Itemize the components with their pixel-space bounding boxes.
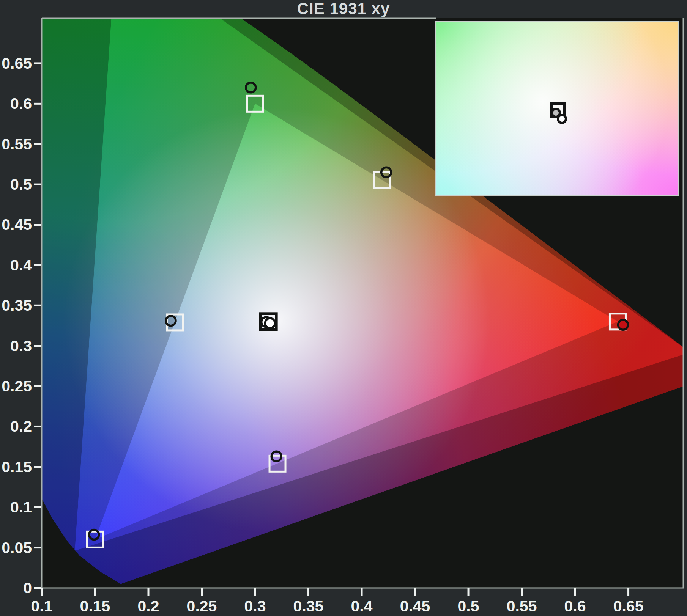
x-tick-label: 0.35 (293, 597, 324, 615)
y-tick-label: 0.1 (10, 498, 32, 516)
x-tick-label: 0.65 (613, 597, 644, 615)
x-tick-label: 0.6 (564, 597, 586, 615)
y-tick-label: 0.2 (10, 418, 32, 435)
y-tick-label: 0 (23, 579, 32, 597)
whitepoint-inset-panel (435, 21, 679, 196)
y-tick-label: 0.15 (2, 458, 32, 476)
x-tick-label: 0.3 (244, 597, 266, 615)
y-tick-label: 0.45 (2, 216, 32, 233)
x-tick-label: 0.1 (31, 597, 53, 615)
x-tick-label: 0.5 (458, 597, 479, 615)
y-tick-label: 0.3 (10, 337, 32, 355)
x-tick-label: 0.2 (138, 597, 159, 615)
x-tick-label: 0.15 (80, 597, 110, 615)
y-tick-label: 0.35 (2, 297, 32, 314)
inset-white-measured-circle (557, 114, 567, 124)
y-tick-label: 0.05 (2, 539, 32, 556)
x-tick-label: 0.4 (351, 597, 373, 615)
y-tick-label: 0.25 (2, 377, 32, 395)
y-tick-label: 0.65 (2, 55, 32, 72)
x-tick-label: 0.25 (187, 597, 217, 615)
measured-circle-red (618, 320, 628, 330)
x-tick-label: 0.45 (400, 597, 430, 615)
y-tick-label: 0.5 (10, 176, 32, 193)
x-tick-label: 0.55 (507, 597, 537, 615)
y-tick-label: 0.55 (2, 135, 32, 153)
cie-chart-window: CIE 1931 xy (0, 0, 687, 616)
measured-circle-white-2 (265, 318, 275, 328)
y-tick-label: 0.6 (10, 95, 32, 112)
y-tick-label: 0.4 (10, 256, 32, 274)
